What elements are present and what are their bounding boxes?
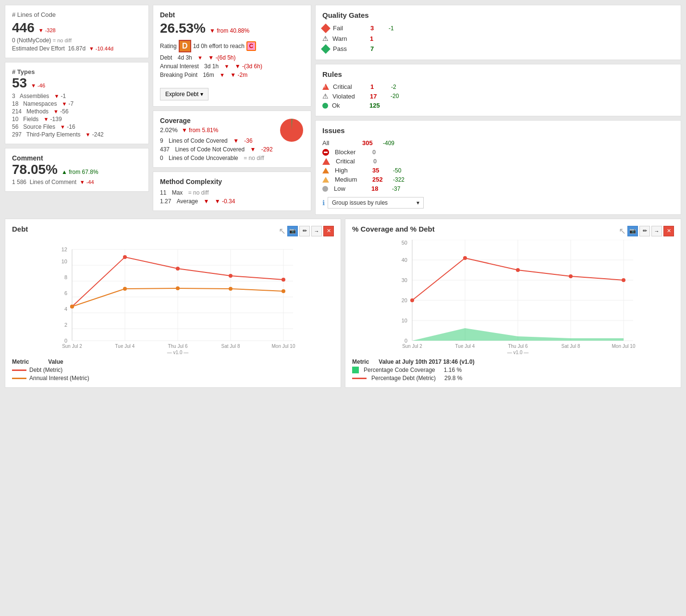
svg-point-30 (282, 278, 285, 282)
loc-value: 446 (12, 20, 35, 36)
types-diff: ▼ -46 (31, 83, 45, 88)
debt-chart-title: Debt (12, 225, 28, 233)
rules-title: Rules (322, 70, 674, 78)
coverage-chart-edit-btn[interactable]: ✏ (639, 226, 650, 236)
issues-low-diff: -37 (392, 185, 400, 192)
coverage-value: 2.02% (160, 126, 178, 134)
svg-text:4: 4 (64, 306, 67, 312)
coverage-from: ▼ from 5.81% (182, 127, 219, 134)
issues-low-row: Low 18 -37 (322, 184, 674, 193)
coverage-chart-cursor-icon[interactable]: ↖ (619, 226, 626, 236)
fail-diff: -1 (389, 25, 394, 32)
rules-critical-row: Critical 1 -2 (322, 82, 674, 91)
quality-gates-title: Quality Gates (322, 11, 674, 19)
issues-low-icon (322, 186, 328, 192)
pass-label: Pass (333, 45, 367, 52)
coverage-debt-chart-card: % Coverage and % Debt ↖ 📷 ✏ → ✕ (345, 219, 681, 388)
issues-card: Issues All 305 -409 Blocker 0 Critical 0 (315, 120, 681, 215)
svg-text:10: 10 (61, 259, 67, 264)
svg-text:— v1.0 —: — v1.0 — (167, 350, 188, 355)
svg-point-34 (229, 287, 233, 291)
debt-chart-metric-header: Metric (12, 358, 29, 365)
loc-effort-row: Estimated Dev Effort 16.87d ▼ -10.44d (12, 45, 142, 52)
issues-critical-icon (322, 158, 330, 165)
rules-critical-diff: -2 (391, 84, 396, 90)
issues-all-count: 305 (362, 139, 379, 147)
fail-count: 3 (370, 25, 385, 32)
rules-critical-label: Critical (333, 83, 367, 90)
debt-amount-row: Debt 4d 3h ▼ ▼ -(6d 5h) (160, 54, 304, 61)
svg-text:30: 30 (402, 277, 407, 283)
svg-point-29 (229, 274, 233, 278)
types-value: 53 (12, 75, 27, 91)
types-thirdparty: 297 Third-Party Elements ▼ -242 (12, 131, 142, 138)
debt-chart-cursor-icon[interactable]: ↖ (279, 226, 286, 236)
svg-text:Sun Jul 2: Sun Jul 2 (402, 344, 422, 349)
debt-annual-row: Annual Interest 3d 1h ▼ ▼ -(3d 6h) (160, 63, 304, 70)
svg-point-28 (176, 267, 180, 271)
issues-medium-count: 252 (372, 176, 389, 183)
debt-title: Debt (160, 11, 304, 19)
issues-critical-label: Critical (336, 158, 369, 165)
svg-text:Thu Jul 6: Thu Jul 6 (508, 344, 528, 349)
svg-text:Mon Jul 10: Mon Jul 10 (612, 344, 636, 349)
issues-medium-icon (322, 177, 329, 183)
debt-chart-snapshot-btn[interactable]: 📷 (287, 226, 298, 236)
rules-ok-count: 125 (369, 102, 386, 109)
complexity-card: Method Complexity 11 Max = no diff 1.27 … (153, 172, 311, 211)
coverage-card: Coverage 2.02% ▼ from 5.81% 9 Lines of C… (153, 111, 311, 168)
debt-breaking-row: Breaking Point 16m ▼ ▼ -2m (160, 72, 304, 78)
debt-chart-forward-btn[interactable]: → (311, 226, 322, 236)
debt-rating-row: Rating D 1d 0h effort to reach C (160, 40, 304, 52)
lines-of-code-card: # Lines of Code 446 ▼ -328 0 (NotMyCode)… (5, 5, 149, 58)
issues-medium-label: Medium (335, 176, 368, 183)
comment-value: 78.05% (12, 162, 58, 177)
rules-ok-icon (322, 103, 328, 109)
comment-lines: 1 586 Lines of Comment ▼ -44 (12, 179, 142, 185)
svg-point-60 (410, 298, 414, 302)
complexity-title: Method Complexity (160, 178, 304, 185)
coverage-row-3: 0 Lines of Code Uncoverable = no diff (160, 155, 304, 161)
group-issues-select[interactable]: Group issues by rules ▾ (328, 197, 424, 209)
rules-violated-count: 17 (370, 93, 387, 100)
svg-point-64 (622, 278, 625, 282)
debt-chart-close-btn[interactable]: ✕ (323, 226, 334, 236)
debt-from: ▼ from 40.88% (209, 27, 249, 34)
svg-text:40: 40 (402, 257, 407, 263)
issues-all-row: All 305 -409 (322, 138, 674, 148)
complexity-max-row: 11 Max = no diff (160, 189, 304, 196)
svg-text:Sat Jul 8: Sat Jul 8 (221, 344, 240, 349)
svg-text:Mon Jul 10: Mon Jul 10 (272, 344, 295, 349)
debt-chart-edit-btn[interactable]: ✏ (299, 226, 310, 236)
debt-reach-box: C (246, 41, 256, 51)
svg-point-31 (70, 305, 74, 308)
issues-high-label: High (335, 167, 368, 174)
svg-text:Sun Jul 2: Sun Jul 2 (62, 344, 82, 349)
svg-point-27 (123, 255, 127, 259)
coverage-chart-forward-btn[interactable]: → (651, 226, 662, 236)
svg-point-62 (516, 268, 520, 272)
svg-text:2: 2 (64, 322, 67, 328)
loc-title: # Lines of Code (12, 11, 142, 18)
coverage-chart-close-btn[interactable]: ✕ (663, 226, 674, 236)
debt-chart-legend-interest: Annual Interest (Metric) (12, 375, 334, 382)
issues-blocker-label: Blocker (335, 148, 368, 156)
svg-text:6: 6 (64, 290, 67, 296)
rules-critical-icon (322, 84, 329, 90)
issues-all-diff: -409 (383, 140, 394, 147)
coverage-debt-chart-title: % Coverage and % Debt (352, 225, 435, 233)
svg-text:— v1.0 —: — v1.0 — (507, 350, 528, 355)
coverage-chart-snapshot-btn[interactable]: 📷 (627, 226, 638, 236)
rules-violated-icon: ⚠ (322, 92, 329, 100)
debt-rating-box: D (179, 40, 191, 52)
coverage-chart-legend-debt: Percentage Debt (Metric) 29.8 % (352, 375, 674, 382)
issues-critical-count: 0 (373, 158, 390, 165)
info-icon: ℹ (322, 199, 325, 207)
explore-debt-button[interactable]: Explore Debt ▾ (160, 88, 208, 100)
pass-icon (321, 44, 331, 54)
quality-gates-fail-row: Fail 3 -1 (322, 23, 674, 33)
svg-point-61 (463, 256, 467, 260)
quality-gates-pass-row: Pass 7 (322, 44, 674, 54)
types-methods: 214 Methods ▼ -56 (12, 108, 142, 115)
issues-critical-row: Critical 0 (322, 157, 674, 166)
